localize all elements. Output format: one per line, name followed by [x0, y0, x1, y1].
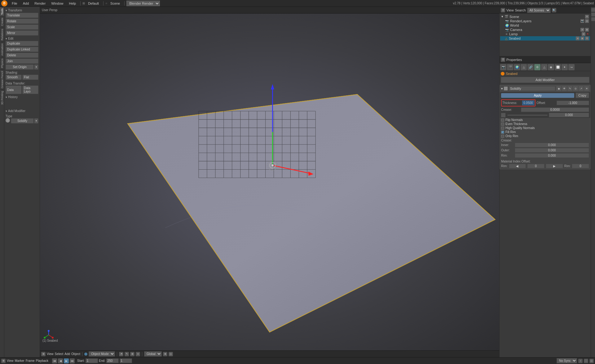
mod-cage-icon[interactable]: ⊙ [573, 86, 578, 91]
mini-tool-3[interactable] [591, 17, 595, 21]
duplicate-btn[interactable]: Duplicate [6, 41, 38, 46]
factor-value[interactable]: 0.000 [549, 113, 589, 117]
rl-camera[interactable]: 📷 [580, 19, 584, 23]
seabed-vis[interactable]: 👁 [576, 37, 580, 40]
next-keyframe-btn[interactable]: ⏭ [70, 358, 75, 363]
props-data-icon[interactable]: △ [541, 64, 547, 70]
props-world-icon[interactable]: 🌍 [514, 64, 520, 70]
seabed-settings[interactable]: ⚙ [585, 37, 589, 40]
inner-value[interactable]: 0.000 [515, 143, 589, 147]
props-texture-icon[interactable]: ⬜ [555, 64, 561, 70]
mirror-btn[interactable]: Mirror [6, 30, 38, 36]
factor-input[interactable] [507, 115, 548, 116]
flat-btn[interactable]: Flat [22, 75, 38, 80]
rim-material-value[interactable]: 0 [527, 164, 544, 168]
current-frame-input[interactable] [120, 358, 132, 363]
outer-value[interactable]: 0.000 [515, 148, 589, 153]
add-menu[interactable]: Add [64, 352, 70, 356]
edit-section[interactable]: Edit [6, 36, 38, 41]
transform-section[interactable]: Transform [6, 8, 38, 13]
props-scene-icon[interactable]: 🎬 [507, 64, 513, 70]
sync-icon[interactable]: ⬚ [584, 359, 588, 363]
scene-visibility[interactable]: 👁 [585, 15, 589, 19]
props-particle-icon[interactable]: ✦ [562, 64, 568, 70]
high-quality-normals-checkbox[interactable] [501, 127, 504, 130]
props-physics-icon[interactable]: ↝ [568, 64, 575, 70]
add-modifier-section-left[interactable]: Add Modifier [6, 109, 38, 113]
smooth-btn[interactable]: Smooth [6, 75, 22, 80]
thickness-value[interactable]: 0.0500 [522, 101, 534, 105]
menu-render[interactable]: Render [32, 1, 48, 6]
markers-icon[interactable]: ◫ [589, 359, 594, 363]
join-btn[interactable]: Join [6, 58, 38, 64]
cam-vis[interactable]: 👁 [580, 28, 584, 32]
view-menu[interactable]: View [47, 352, 54, 356]
delete-btn[interactable]: Delete [6, 53, 38, 58]
add-modifier-btn[interactable]: Add Modifier [501, 77, 589, 83]
draw-icon[interactable]: ✎ [125, 352, 129, 356]
crease-value[interactable]: 0.0000 [521, 107, 589, 112]
timeline-playback[interactable]: Playback [36, 359, 49, 362]
object-menu[interactable]: Object [71, 352, 80, 356]
mini-tool-1[interactable] [591, 8, 595, 12]
grid-icon[interactable]: ⊞ [163, 352, 167, 356]
set-origin-arrow[interactable]: ▾ [34, 64, 38, 70]
tab-animation[interactable]: Animation [0, 42, 4, 57]
flip-normals-checkbox[interactable] [501, 119, 504, 122]
mod-render-icon[interactable]: ◉ [556, 86, 561, 91]
offset-value[interactable]: -1.000 [557, 101, 589, 105]
props-material-icon[interactable]: ◉ [548, 64, 554, 70]
propmode-icon[interactable]: ⊙ [136, 352, 140, 356]
apply-btn[interactable]: Apply [501, 93, 574, 98]
fill-rim-checkbox[interactable] [501, 131, 504, 134]
scene-name[interactable]: Scene [108, 1, 122, 6]
menu-add[interactable]: Add [20, 1, 32, 6]
timeline-frame[interactable]: Frame [26, 359, 35, 362]
timeline-view[interactable]: View [7, 359, 14, 362]
menu-window[interactable]: Window [49, 1, 66, 6]
copy-btn[interactable]: Copy [575, 93, 589, 98]
rim-spin-left[interactable]: ◀ [509, 164, 526, 168]
view-icon[interactable]: ⊞ [41, 352, 46, 356]
mod-expand-icon[interactable]: ↗ [579, 86, 584, 91]
viewport-canvas[interactable]: (1) Seabed [40, 14, 499, 350]
mod-close-icon[interactable]: ✕ [584, 86, 589, 91]
menu-help[interactable]: Help [67, 1, 79, 6]
pie-icon[interactable]: ◔ [119, 352, 123, 356]
outliner-item-seabed[interactable]: △ Seabed 👁 ◉ ⚙ [500, 36, 590, 41]
data-btn[interactable]: Data [6, 85, 22, 94]
rim-spin-right[interactable]: ▶ [546, 164, 563, 168]
timeline-marker[interactable]: Marker [15, 359, 24, 362]
audio-icon[interactable]: ♪ [578, 359, 583, 363]
menu-file[interactable]: File [9, 1, 20, 6]
props-constraints-icon[interactable]: 🔗 [527, 64, 534, 70]
object-mode-select[interactable]: Object Mode [89, 351, 115, 357]
solidify-btn[interactable]: Solidify [11, 118, 34, 124]
layer-icon[interactable]: ◫ [169, 352, 173, 356]
global-select[interactable]: Global [144, 351, 162, 357]
outliner-item-camera[interactable]: 📷 Camera 👁 ◉ [500, 28, 590, 32]
prev-keyframe-btn[interactable]: ⏮ [52, 358, 57, 363]
scale-btn[interactable]: Scale [6, 24, 38, 30]
even-thickness-checkbox[interactable] [501, 123, 504, 126]
outliner-item-lamp[interactable]: ☀ Lamp 👁 ✕ [500, 32, 590, 36]
select-menu[interactable]: Select [55, 352, 64, 356]
tab-grease-pencil[interactable]: Grease Pencil [0, 69, 4, 90]
mod-edit-icon[interactable]: ✎ [567, 86, 572, 91]
seabed-render[interactable]: ◉ [580, 37, 584, 40]
duplicate-linked-btn[interactable]: Duplicate Linked [6, 47, 38, 52]
outliner-item-scene[interactable]: ▾ 🎬 Scene 👁 [500, 14, 590, 19]
engine-select[interactable]: Blender Render [126, 1, 160, 6]
history-section[interactable]: History [6, 95, 38, 99]
outliner-item-renderlayers[interactable]: 📷 RenderLayers 📷 👁 [500, 19, 590, 23]
outliner-item-world[interactable]: 🌍 World [500, 23, 590, 28]
cam-render[interactable]: ◉ [585, 28, 589, 32]
tab-create[interactable]: Create [0, 16, 4, 27]
tab-tools[interactable]: Tools [0, 7, 4, 16]
mini-tool-2[interactable] [591, 13, 595, 16]
mod-viewport-icon[interactable]: 👁 [562, 86, 567, 91]
tab-physics[interactable]: Physics [0, 57, 4, 69]
solidify-arrow[interactable]: ▾ [34, 118, 38, 124]
scene-select[interactable]: All Scenes [527, 8, 551, 13]
lamp-vis[interactable]: 👁 [582, 32, 585, 36]
